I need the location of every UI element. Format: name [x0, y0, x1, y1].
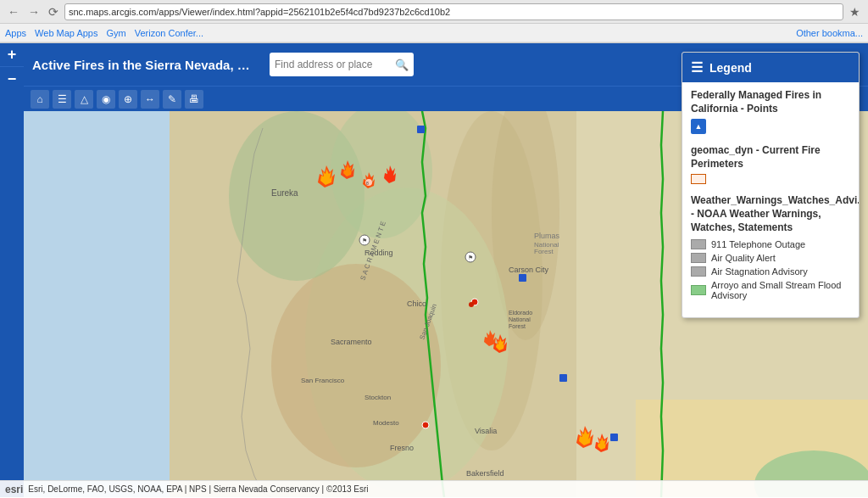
- legend-fires-icon-row: ▲: [691, 119, 850, 134]
- nav-bar: ← → ⟳ ★: [0, 0, 868, 24]
- legend-section-weather: Weather_Warnings_Watches_Advi... - NOAA …: [691, 194, 850, 300]
- svg-text:Chico: Chico: [407, 299, 426, 308]
- bookmark-other[interactable]: Other bookma...: [796, 28, 863, 38]
- search-icon[interactable]: 🔍: [395, 59, 409, 71]
- svg-text:Modesto: Modesto: [373, 419, 399, 427]
- weather-label-911: 911 Telephone Outage: [711, 239, 805, 249]
- fire-point-icon: ▲: [691, 119, 706, 134]
- svg-rect-50: [519, 274, 526, 282]
- measure-button[interactable]: ↔: [141, 90, 159, 109]
- svg-text:Eldorado: Eldorado: [509, 310, 532, 316]
- app-title: Active Fires in the Sierra Nevada, Wild.…: [32, 58, 261, 72]
- legend-panel: ☰ Legend Federally Managed Fires in Cali…: [682, 52, 860, 318]
- weather-item-911: 911 Telephone Outage: [691, 239, 850, 249]
- print-button[interactable]: 🖶: [185, 90, 203, 109]
- svg-text:San Francisco: San Francisco: [301, 377, 345, 384]
- svg-text:⚑: ⚑: [362, 238, 367, 243]
- weather-label-air-quality: Air Quality Alert: [711, 253, 776, 263]
- svg-text:8: 8: [366, 181, 369, 186]
- legend-geomac-icon-row: [691, 174, 850, 184]
- left-toolbar: + −: [0, 43, 24, 497]
- svg-text:Eureka: Eureka: [271, 188, 298, 198]
- zoom-in-button[interactable]: +: [0, 43, 24, 67]
- weather-item-air-stagnation: Air Stagnation Advisory: [691, 266, 850, 277]
- weather-item-flood: Arroyo and Small Stream Flood Advisory: [691, 280, 850, 300]
- basemap-button[interactable]: △: [75, 90, 93, 109]
- home-button[interactable]: ⌂: [31, 90, 49, 109]
- esri-logo: esri: [5, 484, 23, 495]
- weather-label-air-stagnation: Air Stagnation Advisory: [711, 266, 808, 277]
- svg-point-48: [422, 422, 429, 428]
- weather-swatch-air-quality: [691, 253, 706, 263]
- svg-text:Sacramento: Sacramento: [331, 338, 372, 346]
- legend-weather-title: Weather_Warnings_Watches_Advi... - NOAA …: [691, 194, 850, 234]
- url-bar[interactable]: [64, 3, 843, 20]
- svg-point-47: [469, 302, 474, 307]
- svg-text:Carson City: Carson City: [509, 266, 549, 274]
- bookmark-star[interactable]: ★: [847, 5, 863, 19]
- back-button[interactable]: ←: [5, 5, 22, 19]
- esri-footer: esri Esri, DeLorme, FAO, USGS, NOAA, EPA…: [0, 480, 868, 497]
- weather-swatch-flood: [691, 285, 706, 295]
- legend-fires-title: Federally Managed Fires in California - …: [691, 89, 850, 115]
- svg-text:National: National: [509, 316, 531, 322]
- zoom-out-button[interactable]: −: [0, 67, 24, 91]
- legend-geomac-title: geomac_dyn - Current Fire Perimeters: [691, 144, 850, 171]
- weather-label-flood: Arroyo and Small Stream Flood Advisory: [711, 280, 850, 300]
- weather-swatch-911: [691, 239, 706, 249]
- svg-text:⚑: ⚑: [468, 255, 473, 260]
- svg-text:Bakersfield: Bakersfield: [466, 469, 504, 478]
- legend-title: Legend: [709, 61, 752, 75]
- refresh-button[interactable]: ⟳: [46, 5, 61, 19]
- svg-rect-52: [610, 434, 618, 441]
- svg-rect-51: [559, 374, 567, 382]
- legend-button[interactable]: ◉: [97, 90, 115, 109]
- bookmark-gym[interactable]: Gym: [106, 28, 125, 38]
- legend-section-fires: Federally Managed Fires in California - …: [691, 89, 850, 134]
- svg-text:Forest: Forest: [534, 248, 554, 255]
- bookmarks-bar: Apps Web Map Apps Gym Verizon Confer... …: [0, 24, 868, 42]
- weather-swatch-air-stagnation: [691, 266, 706, 277]
- search-bar[interactable]: 🔍: [270, 53, 414, 76]
- geomac-swatch: [691, 174, 706, 184]
- svg-point-6: [271, 264, 441, 467]
- legend-section-geomac: geomac_dyn - Current Fire Perimeters: [691, 144, 850, 184]
- svg-text:Fresno: Fresno: [390, 444, 414, 452]
- forward-button[interactable]: →: [25, 5, 42, 19]
- app-container: Eureka Redding Chico Sacramento San Fran…: [0, 43, 868, 497]
- svg-text:Forest: Forest: [509, 323, 526, 329]
- bookmark-webmapapps[interactable]: Web Map Apps: [35, 28, 97, 38]
- legend-header: ☰ Legend: [682, 53, 859, 82]
- svg-rect-49: [417, 126, 425, 133]
- weather-item-air-quality: Air Quality Alert: [691, 253, 850, 263]
- svg-text:Plumas: Plumas: [534, 232, 560, 240]
- draw-button[interactable]: ✎: [163, 90, 181, 109]
- search-input[interactable]: [275, 59, 395, 70]
- bookmark-verizon[interactable]: Verizon Confer...: [135, 28, 203, 38]
- svg-text:Stockton: Stockton: [364, 394, 391, 401]
- legend-body: Federally Managed Fires in California - …: [682, 82, 859, 317]
- layers-button[interactable]: ☰: [53, 90, 71, 109]
- overview-button[interactable]: ⊕: [119, 90, 137, 109]
- footer-text: Esri, DeLorme, FAO, USGS, NOAA, EPA | NP…: [28, 484, 368, 494]
- bookmark-apps[interactable]: Apps: [5, 28, 26, 38]
- svg-text:Visalia: Visalia: [475, 427, 497, 435]
- legend-menu-icon[interactable]: ☰: [691, 59, 703, 76]
